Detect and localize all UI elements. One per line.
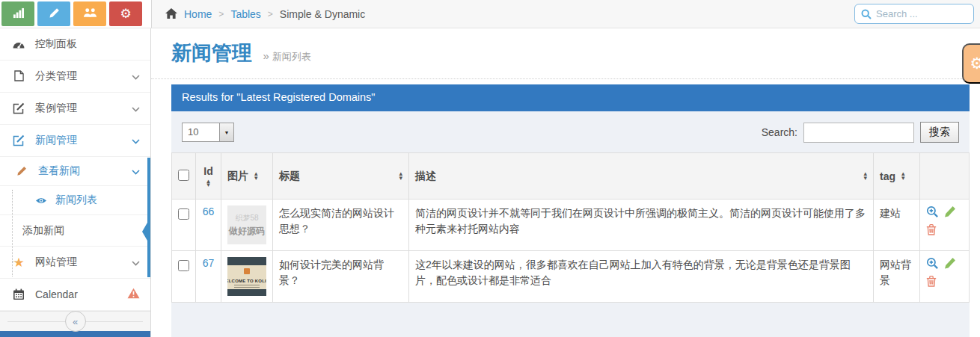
poster-badge [244, 268, 250, 274]
pencil-icon [49, 7, 60, 21]
stats-button[interactable] [1, 1, 34, 26]
poster-line [234, 287, 260, 288]
sidebar-bottom-strip [0, 331, 150, 337]
users-icon [83, 7, 97, 20]
gears-icon: ⚙ [120, 7, 131, 20]
row-actions [926, 257, 961, 287]
row-title: 怎么现实简洁的网站设计思想？ [279, 205, 402, 237]
chevron-down-icon [132, 165, 140, 177]
column-header-actions [920, 153, 970, 200]
breadcrumb-home[interactable]: Home [184, 8, 212, 20]
row-id-link[interactable]: 67 [203, 257, 215, 269]
page-header: 新闻管理 »新闻列表 [151, 28, 980, 79]
row-tag: 网站背景 [880, 257, 913, 288]
poster-body: WELCOME TO KOLIVE [227, 274, 266, 289]
edit-square-icon [12, 135, 25, 146]
sidebar-item-label: 控制面板 [35, 37, 140, 51]
breadcrumb-separator: > [268, 9, 273, 19]
main-content: ⚙ 新闻管理 »新闻列表 Results for "Latest Registe… [151, 28, 980, 337]
table-search-input[interactable] [803, 123, 914, 143]
row-thumbnail[interactable]: WELCOME TO KOLIVE [227, 257, 266, 296]
edit-square-icon [12, 102, 25, 114]
sort-icon: ▴▾ [399, 172, 402, 180]
breadcrumb-bar: Home > Tables > Simple & Dynamic [152, 0, 980, 28]
edit-icon[interactable] [944, 205, 956, 218]
sidebar-collapse-button[interactable]: « [65, 311, 86, 332]
sidebar-item-label: 新闻列表 [55, 194, 140, 207]
sidebar-item-label: 查看新闻 [38, 164, 122, 178]
bar-chart-icon [13, 7, 24, 21]
table-toolbar: 10 ▼ Search: 搜索 [171, 111, 970, 152]
sidebar-item-view-news[interactable]: 查看新闻 [0, 157, 150, 187]
breadcrumb-separator: > [218, 9, 224, 19]
global-search [854, 4, 974, 24]
column-header-tag[interactable]: tag ▴▾ [880, 170, 913, 182]
delete-icon[interactable] [926, 223, 937, 235]
panel-heading: Results for "Latest Registered Domains" [171, 84, 970, 111]
row-select-checkbox[interactable] [178, 260, 189, 271]
panel-body: 10 ▼ Search: 搜索 [171, 111, 970, 337]
pencil-icon [15, 166, 28, 176]
sort-icon: ▴▾ [254, 172, 258, 180]
sidebar-item-categories[interactable]: 分类管理 [0, 61, 150, 93]
select-all-checkbox[interactable] [178, 170, 189, 181]
row-select-checkbox[interactable] [178, 208, 189, 220]
row-thumbnail[interactable]: 织梦58 做好源码 [227, 205, 266, 244]
row-id-link[interactable]: 66 [203, 205, 215, 217]
zoom-in-icon[interactable] [926, 205, 939, 218]
table-row: 67 WELCOME TO KOLIVE [172, 251, 970, 303]
calendar-icon [12, 288, 25, 300]
sidebar-item-add-news[interactable]: 添加新闻 [0, 215, 150, 247]
chevron-down-icon [132, 256, 140, 268]
subtitle-separator: » [263, 49, 269, 62]
edit-icon[interactable] [944, 257, 956, 270]
sidebar-item-label: 新闻管理 [35, 134, 122, 147]
gear-icon: ⚙ [970, 55, 980, 72]
chevron-down-icon [132, 102, 140, 114]
page-subtitle: »新闻列表 [263, 51, 310, 62]
sidebar: 控制面板 分类管理 案例管理 新闻管理 [0, 28, 151, 337]
sidebar-item-label: Calendar [35, 288, 117, 300]
zoom-in-icon[interactable] [926, 257, 939, 270]
thumbnail-text: WELCOME TO KOLIVE [227, 279, 266, 283]
column-header-title[interactable]: 标题 ▴▾ [279, 170, 402, 183]
search-icon [861, 9, 872, 19]
sidebar-item-site[interactable]: ★ 网站管理 [0, 247, 150, 279]
thumbnail-text: 织梦58 [235, 213, 258, 223]
warning-icon [127, 288, 140, 301]
delete-icon[interactable] [926, 275, 937, 287]
column-header-id[interactable]: Id ▴▾ [202, 165, 215, 188]
edit-button[interactable] [37, 1, 70, 26]
thumbnail-text: 做好源码 [229, 225, 265, 238]
sidebar-item-label: 网站管理 [35, 256, 122, 269]
sidebar-item-news[interactable]: 新闻管理 [0, 125, 150, 157]
theme-settings-fab[interactable]: ⚙ [962, 43, 980, 84]
home-icon [165, 8, 177, 19]
select-arrow-icon: ▼ [219, 123, 233, 141]
page-size-value: 10 [183, 123, 219, 141]
row-title: 如何设计完美的网站背景？ [279, 257, 402, 288]
row-actions [926, 205, 961, 235]
sidebar-item-label: 添加新闻 [22, 224, 140, 238]
breadcrumb-current: Simple & Dynamic [280, 8, 365, 20]
table-header-row: Id ▴▾ 图片 ▴▾ [172, 153, 970, 200]
sidebar-active-arrow [142, 217, 150, 246]
column-header-desc[interactable]: 描述 ▴▾ [415, 170, 867, 183]
sidebar-item-calendar[interactable]: Calendar [0, 279, 150, 311]
row-description: 简洁的网页设计并不就等同于我们在网页设计中所强调的极简主义。简洁的网页设计可能使… [415, 205, 867, 237]
sidebar-item-dashboard[interactable]: 控制面板 [0, 28, 150, 61]
row-tag: 建站 [880, 205, 913, 221]
column-header-image[interactable]: 图片 ▴▾ [227, 170, 266, 183]
users-button[interactable] [73, 1, 106, 26]
table-search-button[interactable]: 搜索 [920, 122, 959, 143]
sidebar-item-cases[interactable]: 案例管理 [0, 93, 150, 125]
page-size-select[interactable]: 10 ▼ [182, 123, 234, 142]
breadcrumb-tables[interactable]: Tables [230, 8, 260, 20]
breadcrumb: Home > Tables > Simple & Dynamic [165, 8, 365, 20]
settings-button[interactable]: ⚙ [109, 1, 142, 26]
star-icon: ★ [12, 256, 25, 269]
global-search-input[interactable] [876, 8, 967, 19]
sidebar-item-news-list[interactable]: 新闻列表 [0, 186, 150, 215]
sidebar-item-label: 分类管理 [35, 69, 122, 83]
eye-icon [34, 197, 48, 205]
